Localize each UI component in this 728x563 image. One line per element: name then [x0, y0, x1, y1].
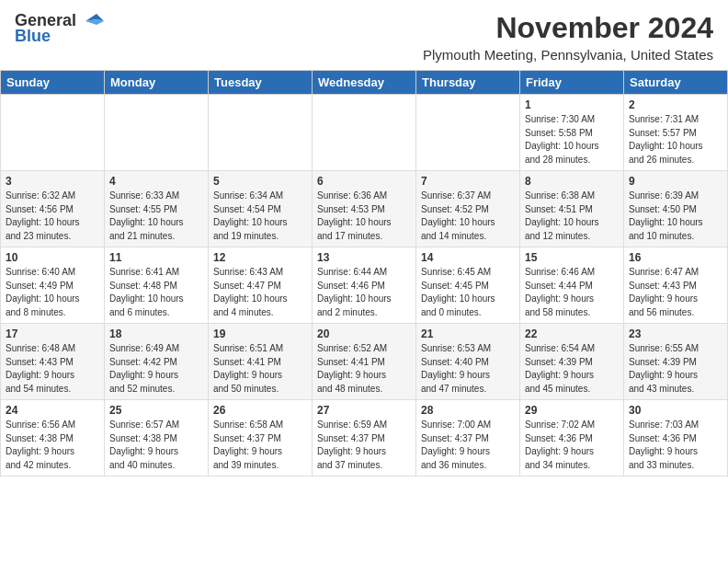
calendar-cell: 26Sunrise: 6:58 AM Sunset: 4:37 PM Dayli…: [209, 400, 313, 477]
calendar-cell: 1Sunrise: 7:30 AM Sunset: 5:58 PM Daylig…: [520, 95, 624, 171]
day-info: Sunrise: 6:37 AM Sunset: 4:52 PM Dayligh…: [421, 190, 515, 243]
calendar-cell: 11Sunrise: 6:41 AM Sunset: 4:48 PM Dayli…: [105, 247, 209, 324]
calendar-cell: 30Sunrise: 7:03 AM Sunset: 4:36 PM Dayli…: [624, 400, 728, 477]
calendar-day-header: Wednesday: [313, 71, 416, 95]
calendar-cell: 9Sunrise: 6:39 AM Sunset: 4:50 PM Daylig…: [624, 171, 728, 247]
day-number: 21: [421, 327, 515, 340]
day-info: Sunrise: 7:30 AM Sunset: 5:58 PM Dayligh…: [525, 113, 619, 167]
day-number: 29: [525, 404, 619, 417]
day-number: 4: [109, 175, 203, 188]
day-info: Sunrise: 7:00 AM Sunset: 4:37 PM Dayligh…: [421, 419, 515, 472]
calendar-week-row: 24Sunrise: 6:56 AM Sunset: 4:38 PM Dayli…: [1, 400, 728, 477]
day-number: 16: [629, 251, 722, 264]
day-info: Sunrise: 6:44 AM Sunset: 4:46 PM Dayligh…: [317, 266, 411, 319]
calendar-cell: 5Sunrise: 6:34 AM Sunset: 4:54 PM Daylig…: [209, 171, 313, 247]
calendar-cell: 6Sunrise: 6:36 AM Sunset: 4:53 PM Daylig…: [313, 171, 416, 247]
day-info: Sunrise: 6:51 AM Sunset: 4:41 PM Dayligh…: [213, 342, 307, 396]
day-info: Sunrise: 6:33 AM Sunset: 4:55 PM Dayligh…: [109, 190, 203, 243]
day-number: 19: [213, 327, 307, 340]
calendar-cell: 19Sunrise: 6:51 AM Sunset: 4:41 PM Dayli…: [209, 324, 313, 400]
calendar-cell: [209, 95, 313, 171]
calendar-week-row: 1Sunrise: 7:30 AM Sunset: 5:58 PM Daylig…: [1, 95, 728, 171]
day-info: Sunrise: 6:43 AM Sunset: 4:47 PM Dayligh…: [213, 266, 307, 319]
day-info: Sunrise: 6:46 AM Sunset: 4:44 PM Dayligh…: [525, 266, 619, 319]
day-info: Sunrise: 6:49 AM Sunset: 4:42 PM Dayligh…: [109, 342, 203, 396]
title-section: November 2024 Plymouth Meeting, Pennsylv…: [423, 11, 713, 63]
calendar-cell: 8Sunrise: 6:38 AM Sunset: 4:51 PM Daylig…: [520, 171, 624, 247]
day-number: 14: [421, 251, 515, 264]
calendar-header-row: SundayMondayTuesdayWednesdayThursdayFrid…: [1, 71, 728, 95]
day-info: Sunrise: 6:56 AM Sunset: 4:38 PM Dayligh…: [6, 419, 99, 472]
calendar-cell: [313, 95, 416, 171]
day-number: 27: [317, 404, 411, 417]
day-number: 7: [421, 175, 515, 188]
calendar-day-header: Saturday: [624, 71, 728, 95]
day-info: Sunrise: 7:31 AM Sunset: 5:57 PM Dayligh…: [629, 113, 722, 167]
day-info: Sunrise: 6:40 AM Sunset: 4:49 PM Dayligh…: [6, 266, 99, 319]
calendar-cell: 15Sunrise: 6:46 AM Sunset: 4:44 PM Dayli…: [520, 247, 624, 324]
calendar-cell: 10Sunrise: 6:40 AM Sunset: 4:49 PM Dayli…: [1, 247, 105, 324]
day-info: Sunrise: 6:58 AM Sunset: 4:37 PM Dayligh…: [213, 419, 307, 472]
calendar-cell: 2Sunrise: 7:31 AM Sunset: 5:57 PM Daylig…: [624, 95, 728, 171]
calendar-cell: 3Sunrise: 6:32 AM Sunset: 4:56 PM Daylig…: [1, 171, 105, 247]
day-number: 13: [317, 251, 411, 264]
calendar-week-row: 10Sunrise: 6:40 AM Sunset: 4:49 PM Dayli…: [1, 247, 728, 324]
day-number: 28: [421, 404, 515, 417]
calendar-cell: 14Sunrise: 6:45 AM Sunset: 4:45 PM Dayli…: [416, 247, 520, 324]
day-number: 26: [213, 404, 307, 417]
day-info: Sunrise: 6:47 AM Sunset: 4:43 PM Dayligh…: [629, 266, 722, 319]
calendar-cell: 25Sunrise: 6:57 AM Sunset: 4:38 PM Dayli…: [105, 400, 209, 477]
day-number: 5: [213, 175, 307, 188]
calendar-week-row: 17Sunrise: 6:48 AM Sunset: 4:43 PM Dayli…: [1, 324, 728, 400]
month-title: November 2024: [423, 11, 713, 45]
day-number: 24: [6, 404, 99, 417]
calendar-cell: 20Sunrise: 6:52 AM Sunset: 4:41 PM Dayli…: [313, 324, 416, 400]
day-number: 22: [525, 327, 619, 340]
day-number: 9: [629, 175, 722, 188]
calendar-cell: 28Sunrise: 7:00 AM Sunset: 4:37 PM Dayli…: [416, 400, 520, 477]
day-number: 17: [6, 327, 99, 340]
day-info: Sunrise: 6:52 AM Sunset: 4:41 PM Dayligh…: [317, 342, 411, 396]
calendar-day-header: Thursday: [416, 71, 520, 95]
day-info: Sunrise: 7:03 AM Sunset: 4:36 PM Dayligh…: [629, 419, 722, 472]
calendar-cell: 12Sunrise: 6:43 AM Sunset: 4:47 PM Dayli…: [209, 247, 313, 324]
day-info: Sunrise: 6:54 AM Sunset: 4:39 PM Dayligh…: [525, 342, 619, 396]
day-number: 23: [629, 327, 722, 340]
calendar-day-header: Sunday: [1, 71, 105, 95]
day-number: 30: [629, 404, 722, 417]
day-info: Sunrise: 7:02 AM Sunset: 4:36 PM Dayligh…: [525, 419, 619, 472]
calendar-cell: 13Sunrise: 6:44 AM Sunset: 4:46 PM Dayli…: [313, 247, 416, 324]
day-number: 8: [525, 175, 619, 188]
calendar-cell: 24Sunrise: 6:56 AM Sunset: 4:38 PM Dayli…: [1, 400, 105, 477]
day-info: Sunrise: 6:48 AM Sunset: 4:43 PM Dayligh…: [6, 342, 99, 396]
day-number: 3: [6, 175, 99, 188]
day-info: Sunrise: 6:57 AM Sunset: 4:38 PM Dayligh…: [109, 419, 203, 472]
logo-text-blue: Blue: [15, 27, 51, 46]
day-number: 10: [6, 251, 99, 264]
calendar-table: SundayMondayTuesdayWednesdayThursdayFrid…: [0, 70, 728, 477]
day-info: Sunrise: 6:34 AM Sunset: 4:54 PM Dayligh…: [213, 190, 307, 243]
logo-bird-icon: [78, 12, 104, 30]
calendar-cell: [416, 95, 520, 171]
calendar-cell: 4Sunrise: 6:33 AM Sunset: 4:55 PM Daylig…: [105, 171, 209, 247]
day-number: 1: [525, 98, 619, 111]
calendar-cell: 29Sunrise: 7:02 AM Sunset: 4:36 PM Dayli…: [520, 400, 624, 477]
day-info: Sunrise: 6:59 AM Sunset: 4:37 PM Dayligh…: [317, 419, 411, 472]
calendar-cell: 16Sunrise: 6:47 AM Sunset: 4:43 PM Dayli…: [624, 247, 728, 324]
calendar-cell: 7Sunrise: 6:37 AM Sunset: 4:52 PM Daylig…: [416, 171, 520, 247]
day-number: 20: [317, 327, 411, 340]
location: Plymouth Meeting, Pennsylvania, United S…: [423, 47, 713, 63]
day-number: 6: [317, 175, 411, 188]
calendar-day-header: Tuesday: [209, 71, 313, 95]
calendar-cell: [1, 95, 105, 171]
calendar-day-header: Friday: [520, 71, 624, 95]
calendar-cell: 18Sunrise: 6:49 AM Sunset: 4:42 PM Dayli…: [105, 324, 209, 400]
day-info: Sunrise: 6:39 AM Sunset: 4:50 PM Dayligh…: [629, 190, 722, 243]
day-number: 2: [629, 98, 722, 111]
calendar-day-header: Monday: [105, 71, 209, 95]
day-info: Sunrise: 6:32 AM Sunset: 4:56 PM Dayligh…: [6, 190, 99, 243]
day-number: 11: [109, 251, 203, 264]
calendar-body: 1Sunrise: 7:30 AM Sunset: 5:58 PM Daylig…: [1, 95, 728, 477]
day-number: 12: [213, 251, 307, 264]
calendar-cell: 23Sunrise: 6:55 AM Sunset: 4:39 PM Dayli…: [624, 324, 728, 400]
